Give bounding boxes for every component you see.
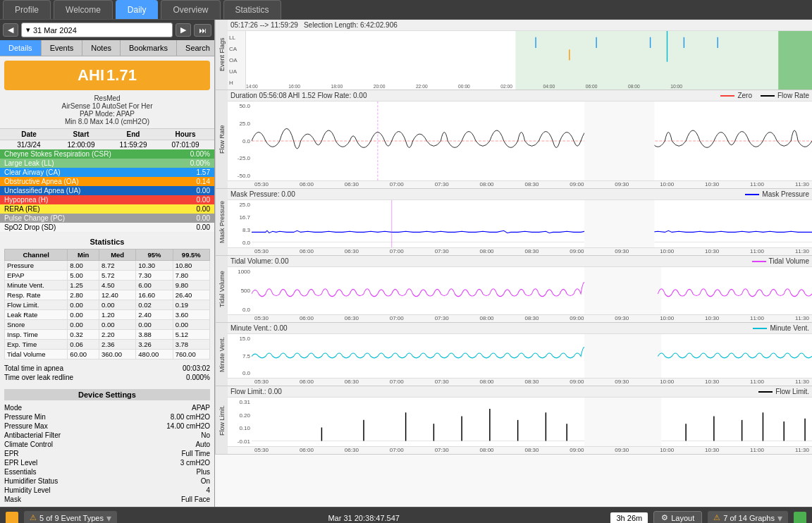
device-model: AirSense 10 AutoSet For Her [4, 102, 210, 110]
event-flags-label: Event Flags [215, 20, 228, 90]
date-nav: ◀ ▾ 31 Mar 2024 ▶ ⏭ [0, 20, 214, 40]
svg-text:18:00: 18:00 [331, 83, 343, 90]
warning-graphs: ⚠ 7 of 14 Graphs ▾ [708, 511, 788, 524]
mask-pressure-header: Mask Pressure: 0.00 Mask Pressure [228, 189, 812, 200]
flow-limit-label: Flow Limit. [215, 386, 228, 454]
top-nav: Profile Welcome Daily Overview Statistic… [0, 0, 812, 20]
event-row-pc: Pulse Change (PC) 0.00 [0, 214, 214, 223]
tab-daily[interactable]: Daily [116, 0, 159, 19]
svg-text:10:00: 10:00 [670, 83, 682, 90]
bottom-left-indicator [6, 512, 18, 524]
flow-limit-y-axis: 0.310.200.10-0.01 [228, 398, 252, 446]
setting-row: Antibacterial FilterNo [4, 431, 210, 440]
svg-rect-33 [252, 398, 812, 446]
device-info: ResMed AirSense 10 AutoSet For Her PAP M… [4, 94, 210, 125]
center-date-display: Mar 31 20:38:47.547 [123, 514, 605, 522]
flags-labels: LLCAOAUAH [228, 31, 246, 90]
svg-rect-19 [778, 31, 812, 90]
chevron-down-icon: ▾ [26, 25, 30, 35]
event-row-ca: Clear Airway (CA) 1.57 [0, 168, 214, 177]
flow-rate-header: Duration 05:56:08 AHI 1.52 Flow Rate: 0.… [228, 90, 812, 101]
event-row-ua: Unclassified Apnea (UA) 0.00 [0, 186, 214, 195]
apnea-total-row: Total time in apnea 00:03:02 [4, 364, 210, 373]
device-settings-rows: ModeAPAPPressure Min8.00 cmH2OPressure M… [4, 403, 210, 504]
event-row-ll: Large Leak (LL) 0.00% [0, 159, 214, 168]
svg-rect-44 [584, 398, 661, 446]
tab-bookmarks[interactable]: Bookmarks [121, 40, 177, 56]
time-display: 3h 26m [610, 512, 648, 524]
stats-title: Statistics [4, 238, 210, 246]
svg-rect-32 [584, 334, 661, 378]
setting-row: EPRFull Time [4, 449, 210, 458]
setting-row: Pressure Min8.00 cmH2O [4, 412, 210, 422]
svg-rect-28 [584, 200, 654, 247]
date-values-row: 31/3/24 12:00:09 11:59:29 07:01:09 [0, 140, 214, 149]
dropdown-graphs-icon[interactable]: ▾ [777, 512, 782, 524]
flow-limit-header: Flow Limit.: 0.00 Flow Limit. [228, 386, 812, 398]
svg-text:02:00: 02:00 [500, 83, 512, 90]
device-brand: ResMed [4, 94, 210, 102]
tab-overview[interactable]: Overview [161, 0, 220, 19]
table-row: Exp. Time0.062.363.263.78 [5, 340, 210, 350]
tab-search[interactable]: Search [177, 40, 215, 56]
svg-rect-29 [252, 267, 812, 314]
warning-event-types: ⚠ 5 of 9 Event Types ▾ [24, 511, 117, 524]
date-header-row: Date Start End Hours [0, 128, 214, 140]
setting-row: EPR Level3 cmH2O [4, 458, 210, 467]
table-row: Flow Limit.0.000.000.020.19 [5, 300, 210, 310]
tab-statistics[interactable]: Statistics [223, 0, 281, 19]
tab-welcome[interactable]: Welcome [54, 0, 113, 19]
date-display: 31 Mar 2024 [33, 26, 77, 35]
svg-rect-25 [252, 200, 812, 247]
table-row: Resp. Rate2.8012.4016.6026.40 [5, 290, 210, 300]
prev-date-button[interactable]: ◀ [3, 23, 18, 37]
jump-date-button[interactable]: ⏭ [194, 24, 211, 37]
tab-events[interactable]: Events [42, 40, 83, 56]
tab-notes[interactable]: Notes [82, 40, 121, 56]
left-panel: ◀ ▾ 31 Mar 2024 ▶ ⏭ Details Events Notes… [0, 20, 215, 507]
svg-text:04:00: 04:00 [543, 83, 555, 90]
minute-vent-label: Minute Vent. [215, 323, 228, 386]
flow-rate-y-axis: 50.025.00.0-25.0-50.0 [228, 101, 252, 180]
flags-canvas[interactable]: 14:00 16:00 18:00 20:00 22:00 00:00 02:0… [246, 31, 812, 90]
event-row-oa: Obstructive Apnea (OA) 0.14 [0, 177, 214, 186]
events-list: Cheyne Stokes Respiration (CSR) 0.00% La… [0, 149, 214, 232]
minute-vent-y-axis: 15.07.50.0 [228, 334, 252, 378]
setting-row: ModeAPAP [4, 403, 210, 412]
table-row: Pressure8.008.7210.3010.80 [5, 261, 210, 271]
device-mode: PAP Mode: APAP [4, 110, 210, 118]
svg-text:08:00: 08:00 [628, 83, 640, 90]
ahi-section: AHI 1.71 [4, 61, 210, 90]
date-selector[interactable]: ▾ 31 Mar 2024 [21, 23, 173, 37]
svg-rect-24 [584, 101, 654, 180]
sub-tabs: Details Events Notes Bookmarks Search [0, 40, 214, 56]
warning-icon-left: ⚠ [30, 513, 37, 522]
flow-rate-label: Flow Rate [215, 90, 228, 188]
svg-rect-1 [515, 31, 812, 90]
device-settings-section: Device Settings ModeAPAPPressure Min8.00… [0, 383, 214, 507]
minute-vent-header: Minute Vent.: 0.00 Minute Vent. [228, 323, 812, 334]
svg-text:16:00: 16:00 [288, 83, 300, 90]
event-row-h: Hypopnea (H) 0.00 [0, 195, 214, 204]
next-date-button[interactable]: ▶ [176, 23, 191, 37]
tab-profile[interactable]: Profile [3, 0, 51, 19]
table-row: Leak Rate0.001.202.403.60 [5, 310, 210, 320]
tab-details[interactable]: Details [0, 40, 42, 56]
layout-button[interactable]: ⚙ Layout [653, 511, 702, 523]
gear-icon: ⚙ [661, 513, 668, 522]
table-row: Insp. Time0.322.203.885.12 [5, 330, 210, 340]
setting-row: EssentialsPlus [4, 467, 210, 476]
minute-vent-x-axis: 05:3006:0006:3007:0007:3008:0008:3009:00… [228, 378, 812, 386]
tidal-volume-header: Tidal Volume: 0.00 Tidal Volume [228, 256, 812, 267]
ahi-value: AHI 1.71 [10, 66, 204, 85]
svg-text:20:00: 20:00 [374, 83, 386, 90]
tidal-volume-label: Tidal Volume [215, 256, 228, 322]
device-pressure: Min 8.0 Max 14.0 (cmH2O) [4, 118, 210, 125]
mask-pressure-x-axis: 05:3006:0006:3007:0007:3008:0008:3009:00… [228, 247, 812, 255]
dropdown-icon[interactable]: ▾ [106, 512, 111, 524]
setting-row: Humidity Level4 [4, 486, 210, 495]
table-row: EPAP5.005.727.307.80 [5, 271, 210, 281]
table-row: Minute Vent.1.254.506.009.80 [5, 281, 210, 290]
setting-row: Climate ControlAuto [4, 440, 210, 449]
svg-rect-30 [584, 267, 661, 314]
